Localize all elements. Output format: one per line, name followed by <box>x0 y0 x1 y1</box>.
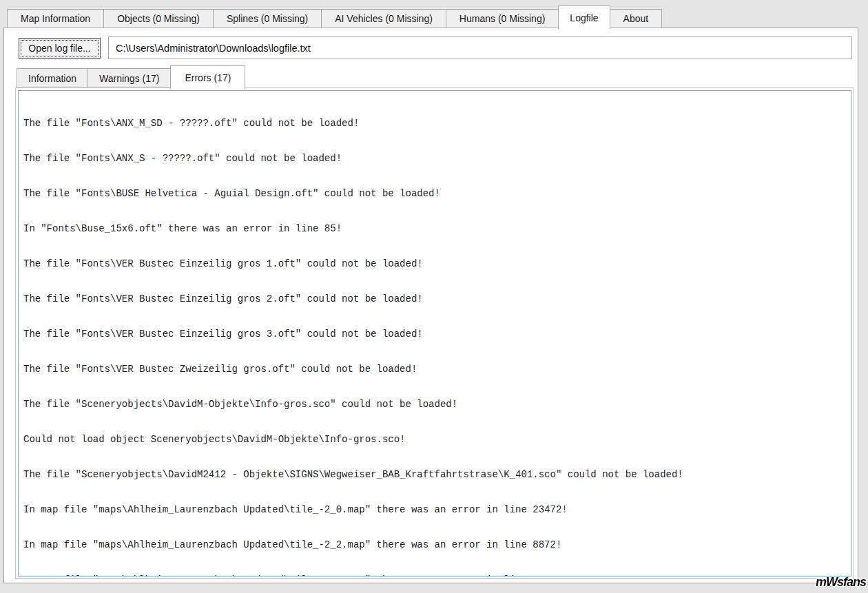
log-line: Could not load object Sceneryobjects\Dav… <box>23 434 846 446</box>
site-watermark: mWsfans <box>816 575 866 590</box>
tab-information[interactable]: Information <box>17 68 87 88</box>
tab-about[interactable]: About <box>610 9 663 28</box>
tab-splines[interactable]: Splines (0 Missing) <box>213 9 321 28</box>
open-log-file-button[interactable]: Open log file... <box>19 38 101 59</box>
tab-logfile[interactable]: Logfile <box>558 6 610 29</box>
main-tab-strip: Map Information Objects (0 Missing) Spli… <box>7 5 662 28</box>
log-line: The file "Sceneryobjects\DavidM-Objekte\… <box>23 399 846 410</box>
tab-humans[interactable]: Humans (0 Missing) <box>446 9 558 28</box>
log-line: The file "Fonts\VER Bustec Einzeilig gro… <box>23 293 846 305</box>
log-line: The file "Fonts\BUSE Helvetica - Aguial … <box>23 188 846 200</box>
tab-errors[interactable]: Errors (17) <box>170 65 245 89</box>
tab-ai-vehicles[interactable]: AI Vehicles (0 Missing) <box>321 9 446 28</box>
log-line: The file "Fonts\VER Bustec Zweizeilig gr… <box>23 364 846 375</box>
log-line: In map file "maps\Ahlheim_Laurenzbach Up… <box>23 539 846 551</box>
log-tab-strip: Information Warnings (17) Errors (17) <box>17 65 245 88</box>
log-line: In "Fonts\Buse_15x6.oft" there was an er… <box>23 223 846 235</box>
error-log-textbox[interactable]: The file "Fonts\ANX_M_SD - ?????.oft" co… <box>18 90 851 576</box>
tab-map-information[interactable]: Map Information <box>7 9 103 28</box>
log-line: The file "Fonts\VER Bustec Einzeilig gro… <box>23 258 846 270</box>
tab-objects[interactable]: Objects (0 Missing) <box>103 9 213 28</box>
log-line: In map file "maps\Ahlheim_Laurenzbach Up… <box>23 504 846 516</box>
logfile-path-input[interactable] <box>108 37 852 59</box>
log-line: The file "Fonts\ANX_S - ?????.oft" could… <box>23 153 846 165</box>
tab-warnings[interactable]: Warnings (17) <box>87 68 170 88</box>
log-line: The file "Fonts\VER Bustec Einzeilig gro… <box>23 329 846 340</box>
log-line: The file "Sceneryobjects\DavidM2412 - Ob… <box>23 469 846 481</box>
log-line: The file "Fonts\ANX_M_SD - ?????.oft" co… <box>23 118 846 129</box>
log-line: In map file "maps\Ahlheim_Laurenzbach Up… <box>23 574 846 576</box>
